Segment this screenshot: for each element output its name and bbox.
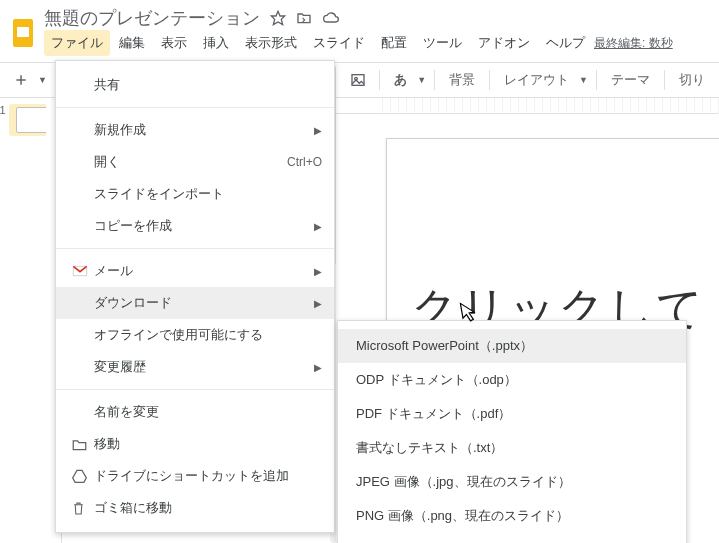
submenu-arrow-icon: ▶ <box>314 221 322 232</box>
layout-button[interactable]: レイアウト <box>498 68 575 92</box>
menu-import-slides[interactable]: スライドをインポート <box>56 178 334 210</box>
download-pptx[interactable]: Microsoft PowerPoint（.pptx） <box>338 329 686 363</box>
submenu-arrow-icon: ▶ <box>314 298 322 309</box>
separator <box>489 70 490 90</box>
last-edit-link[interactable]: 最終編集: 数秒 <box>594 35 679 52</box>
download-txt[interactable]: 書式なしテキスト（.txt） <box>338 431 686 465</box>
file-menu-dropdown: 共有 新規作成▶ 開くCtrl+O スライドをインポート コピーを作成▶ メール… <box>55 60 335 533</box>
gmail-icon <box>72 265 94 277</box>
separator <box>434 70 435 90</box>
submenu-arrow-icon: ▶ <box>314 362 322 373</box>
separator <box>596 70 597 90</box>
separator <box>379 70 380 90</box>
cloud-status-icon[interactable] <box>322 10 340 26</box>
chevron-down-icon[interactable]: ▼ <box>38 75 47 85</box>
menu-make-copy[interactable]: コピーを作成▶ <box>56 210 334 242</box>
menu-offline[interactable]: オフラインで使用可能にする <box>56 319 334 351</box>
menu-share[interactable]: 共有 <box>56 69 334 101</box>
download-submenu: Microsoft PowerPoint（.pptx） ODP ドキュメント（.… <box>337 320 687 543</box>
new-slide-button[interactable] <box>8 67 34 93</box>
folder-icon <box>72 438 94 451</box>
menu-bar: ファイル 編集 表示 挿入 表示形式 スライド 配置 ツール アドオン ヘルプ … <box>44 30 679 60</box>
menu-slide[interactable]: スライド <box>306 30 372 56</box>
document-title[interactable]: 無題のプレゼンテーション <box>44 6 260 30</box>
thumbnail-number: 1 <box>0 104 6 116</box>
chevron-down-icon[interactable]: ▼ <box>417 75 426 85</box>
menu-arrange[interactable]: 配置 <box>374 30 414 56</box>
slides-app-icon[interactable] <box>10 15 36 51</box>
image-icon[interactable] <box>345 67 371 93</box>
slide-thumbnail[interactable] <box>16 107 50 133</box>
menu-edit[interactable]: 編集 <box>112 30 152 56</box>
background-button[interactable]: 背景 <box>443 68 481 92</box>
trash-icon <box>72 501 94 516</box>
download-svg[interactable]: Scalable Vector Graphics（.svg、現在のスライド） <box>338 533 686 543</box>
svg-rect-8 <box>352 75 364 86</box>
menu-download[interactable]: ダウンロード▶ <box>56 287 334 319</box>
separator <box>56 248 334 249</box>
download-pdf[interactable]: PDF ドキュメント（.pdf） <box>338 397 686 431</box>
download-odp[interactable]: ODP ドキュメント（.odp） <box>338 363 686 397</box>
submenu-arrow-icon: ▶ <box>314 266 322 277</box>
menu-insert[interactable]: 挿入 <box>196 30 236 56</box>
star-icon[interactable] <box>270 10 286 26</box>
download-png[interactable]: PNG 画像（.png、現在のスライド） <box>338 499 686 533</box>
menu-format[interactable]: 表示形式 <box>238 30 304 56</box>
thumbnail-panel: 1 <box>0 98 46 543</box>
separator <box>56 389 334 390</box>
menu-addons[interactable]: アドオン <box>471 30 537 56</box>
svg-marker-2 <box>271 11 284 24</box>
svg-marker-10 <box>73 470 87 482</box>
separator <box>664 70 665 90</box>
menu-rename[interactable]: 名前を変更 <box>56 396 334 428</box>
menu-view[interactable]: 表示 <box>154 30 194 56</box>
submenu-arrow-icon: ▶ <box>314 125 322 136</box>
ime-indicator[interactable]: あ <box>388 68 413 92</box>
theme-button[interactable]: テーマ <box>605 68 656 92</box>
chevron-down-icon[interactable]: ▼ <box>579 75 588 85</box>
menu-open[interactable]: 開くCtrl+O <box>56 146 334 178</box>
menu-help[interactable]: ヘルプ <box>539 30 592 56</box>
menu-file[interactable]: ファイル <box>44 30 110 56</box>
menu-move[interactable]: 移動 <box>56 428 334 460</box>
move-folder-icon[interactable] <box>296 10 312 26</box>
shortcut-label: Ctrl+O <box>287 155 322 169</box>
separator <box>56 107 334 108</box>
menu-tools[interactable]: ツール <box>416 30 469 56</box>
download-jpeg[interactable]: JPEG 画像（.jpg、現在のスライド） <box>338 465 686 499</box>
title-bar: 無題のプレゼンテーション ファイル 編集 表示 挿入 表示形式 スライド 配置 … <box>0 0 719 62</box>
menu-trash[interactable]: ゴミ箱に移動 <box>56 492 334 524</box>
transition-button[interactable]: 切り <box>673 68 711 92</box>
menu-email[interactable]: メール▶ <box>56 255 334 287</box>
menu-add-shortcut[interactable]: ドライブにショートカットを追加 <box>56 460 334 492</box>
menu-new[interactable]: 新規作成▶ <box>56 114 334 146</box>
svg-rect-1 <box>17 27 29 37</box>
menu-version-history[interactable]: 変更履歴▶ <box>56 351 334 383</box>
drive-icon <box>72 469 94 483</box>
